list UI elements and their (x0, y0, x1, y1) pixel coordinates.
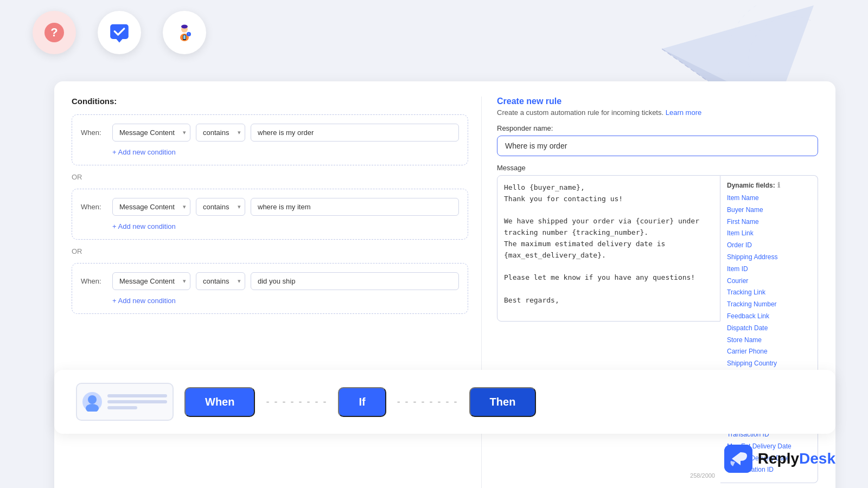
operator-dropdown-1[interactable]: contains (196, 124, 245, 142)
logo-desk: Desk (799, 450, 835, 467)
add-condition-3[interactable]: + Add new condition (112, 297, 459, 305)
when-label-3: When: (81, 277, 107, 285)
message-textarea-wrap: Hello {buyer_name}, Thank you for contac… (497, 175, 720, 483)
preview-line-3 (107, 406, 137, 409)
dynamic-field-item-1[interactable]: Buyer Name (727, 206, 811, 215)
conditions-title: Conditions: (72, 97, 468, 106)
or-divider-1: OR (72, 173, 468, 181)
dynamic-field-item-0[interactable]: Item Name (727, 194, 811, 203)
condition-block-3: When: Message Content contains + Add new… (72, 263, 468, 314)
field-dropdown-3[interactable]: Message Content (112, 272, 190, 290)
preview-line-2 (107, 400, 167, 403)
dynamic-fields-panel: Dynamic fields: ℹ Item Name Buyer Name F… (720, 175, 818, 483)
dynamic-field-item-14[interactable]: Shipping Country (727, 359, 811, 368)
message-container: Hello {buyer_name}, Thank you for contac… (497, 175, 818, 483)
svg-point-18 (88, 395, 97, 404)
field-select-3[interactable]: Message Content (112, 272, 190, 290)
dynamic-field-item-6[interactable]: Item ID (727, 265, 811, 274)
dynamic-fields-title: Dynamic fields: ℹ (727, 181, 811, 189)
dynamic-field-item-13[interactable]: Carrier Phone (727, 347, 811, 356)
condition-value-2[interactable] (251, 198, 459, 216)
when-label-2: When: (81, 203, 107, 211)
operator-select-3[interactable]: contains (196, 272, 245, 290)
logo-icon (724, 445, 752, 473)
workflow-bar: When - - - - - - - - If - - - - - - - - … (54, 370, 835, 434)
logo-reply: Reply (758, 450, 799, 467)
rule-subtitle-text: Create a custom automation rule for inco… (497, 108, 663, 117)
field-dropdown-2[interactable]: Message Content (112, 198, 190, 216)
condition-block-2: When: Message Content contains + Add new… (72, 189, 468, 240)
message-textarea[interactable]: Hello {buyer_name}, Thank you for contac… (497, 175, 720, 322)
field-select-1[interactable]: Message Content (112, 124, 190, 142)
rule-subtitle: Create a custom automation rule for inco… (497, 108, 818, 117)
field-select-2[interactable]: Message Content (112, 198, 190, 216)
message-label: Message (497, 164, 818, 172)
workflow-avatar (82, 392, 102, 412)
dynamic-field-item-12[interactable]: Store Name (727, 336, 811, 345)
chat-check-icon-circle (98, 11, 141, 54)
svg-text:?: ? (50, 25, 58, 39)
rule-title: Create new rule (497, 97, 818, 106)
workflow-then-button[interactable]: Then (469, 387, 537, 417)
char-count: 258/2000 (690, 472, 715, 479)
workflow-dash-2: - - - - - - - - (397, 396, 458, 408)
preview-line-1 (107, 394, 167, 397)
condition-row-3: When: Message Content contains (81, 272, 459, 290)
condition-value-3[interactable] (251, 272, 459, 290)
svg-rect-2 (110, 24, 129, 39)
or-divider-2: OR (72, 247, 468, 255)
workflow-when-button[interactable]: When (184, 387, 255, 417)
learn-more-link[interactable]: Learn more (666, 108, 701, 117)
svg-marker-3 (116, 39, 122, 42)
dynamic-field-item-9[interactable]: Tracking Number (727, 300, 811, 309)
dynamic-field-item-7[interactable]: Courier (727, 277, 811, 286)
condition-block-1: When: Message Content contains + Add new… (72, 114, 468, 165)
field-dropdown-1[interactable]: Message Content (112, 124, 190, 142)
dynamic-field-item-8[interactable]: Tracking Link (727, 288, 811, 297)
operator-dropdown-3[interactable]: contains (196, 272, 245, 290)
add-condition-2[interactable]: + Add new condition (112, 222, 459, 230)
workflow-if-button[interactable]: If (338, 387, 386, 417)
avatar-icon-circle: ! (163, 11, 206, 54)
svg-point-19 (86, 404, 99, 412)
condition-row-1: When: Message Content contains (81, 124, 459, 142)
operator-select-1[interactable]: contains (196, 124, 245, 142)
replydesk-logo: ReplyDesk (724, 445, 835, 473)
responder-label: Responder name: (497, 124, 818, 132)
dynamic-field-item-10[interactable]: Feedback Link (727, 312, 811, 321)
dynamic-field-item-2[interactable]: First Name (727, 217, 811, 227)
workflow-preview-lines (107, 394, 167, 409)
question-icon-circle: ? (33, 11, 76, 54)
dynamic-field-item-11[interactable]: Dispatch Date (727, 324, 811, 333)
dynamic-field-item-3[interactable]: Item Link (727, 229, 811, 238)
svg-rect-8 (183, 35, 186, 39)
logo-text: ReplyDesk (758, 450, 835, 467)
svg-point-9 (181, 25, 188, 29)
dynamic-field-item-4[interactable]: Order ID (727, 241, 811, 250)
svg-text:!: ! (188, 33, 189, 36)
dynamic-field-item-5[interactable]: Shipping Address (727, 253, 811, 262)
workflow-preview-card (76, 383, 174, 421)
workflow-dash-1: - - - - - - - - (266, 396, 327, 408)
operator-dropdown-2[interactable]: contains (196, 198, 245, 216)
condition-value-1[interactable] (251, 124, 459, 142)
info-icon: ℹ (777, 181, 780, 189)
operator-select-2[interactable]: contains (196, 198, 245, 216)
add-condition-1[interactable]: + Add new condition (112, 148, 459, 156)
responder-name-input[interactable] (497, 136, 818, 156)
when-label-1: When: (81, 129, 107, 137)
condition-row-2: When: Message Content contains (81, 198, 459, 216)
top-icons-area: ? ! (33, 11, 206, 54)
